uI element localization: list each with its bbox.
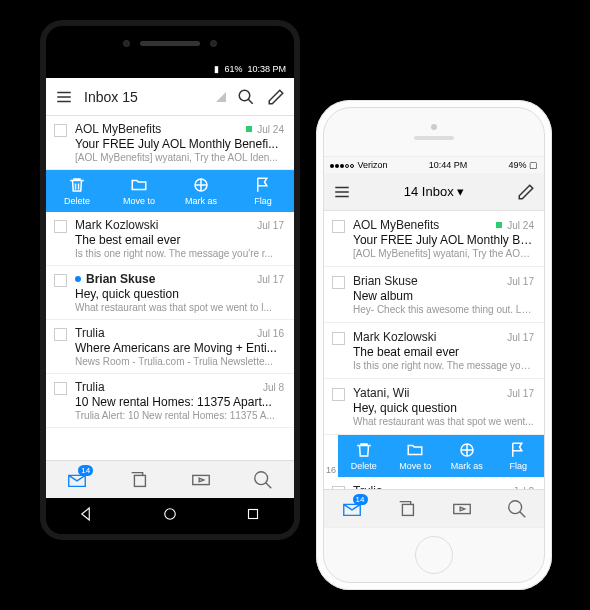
tab-search[interactable] (232, 461, 294, 498)
signal-indicator (216, 92, 226, 102)
flag-button[interactable]: Flag (493, 435, 545, 477)
checkbox[interactable] (54, 382, 67, 395)
stack-count: 16 (324, 465, 338, 477)
checkbox[interactable] (54, 124, 67, 137)
hamburger-icon[interactable] (332, 182, 352, 202)
sender: Mark Kozlowski (75, 218, 252, 232)
email-row[interactable]: TruliaJul 8 10 New rental Homes: 11375 A… (46, 374, 294, 428)
carrier: Verizon (358, 160, 388, 170)
subject: New album (353, 289, 534, 303)
subject: The best email ever (75, 233, 284, 247)
home-button[interactable] (161, 505, 179, 527)
subject: Hey, quick question (353, 401, 534, 415)
search-icon[interactable] (236, 87, 256, 107)
battery-percent: 61% (224, 64, 242, 74)
email-row[interactable]: AOL MyBenefitsJul 24 Your FREE July AOL … (324, 211, 544, 267)
preview: Is this one right now. The message you'.… (353, 360, 534, 371)
tab-search[interactable] (489, 490, 544, 527)
android-screen: ▮ 61% 10:38 PM Inbox 15 AOL MyBenefitsJu… (46, 60, 294, 498)
email-row[interactable]: TruliaJul 16 Where Americans are Moving … (46, 320, 294, 374)
swipe-action-bar: Delete Move to Mark as Flag (46, 170, 294, 212)
flag-button[interactable]: Flag (232, 170, 294, 212)
svg-line-4 (248, 99, 253, 104)
checkbox[interactable] (332, 220, 345, 233)
battery-icon: ▢ (529, 160, 538, 170)
tab-inbox[interactable]: 14 (324, 490, 379, 527)
date: Jul 17 (507, 276, 534, 287)
tab-inbox[interactable]: 14 (46, 461, 108, 498)
inbox-title[interactable]: Inbox 15 (84, 89, 138, 105)
preview: [AOL MyBenefits] wyatani, Try the AOL I.… (353, 248, 534, 259)
android-status-bar: ▮ 61% 10:38 PM (46, 60, 294, 78)
flag-indicator (496, 222, 502, 228)
recents-button[interactable] (244, 505, 262, 527)
battery-icon: ▮ (214, 64, 219, 74)
android-earpiece (46, 26, 294, 60)
preview: What restaurant was that spot we went to… (75, 302, 284, 313)
status-time: 10:38 PM (247, 64, 286, 74)
checkbox[interactable] (332, 332, 345, 345)
date: Jul 17 (507, 332, 534, 343)
mark-button[interactable]: Mark as (441, 435, 493, 477)
date: Jul 8 (263, 382, 284, 393)
email-row[interactable]: Mark KozlowskiJul 17 The best email ever… (46, 212, 294, 266)
compose-icon[interactable] (516, 182, 536, 202)
move-button[interactable]: Move to (108, 170, 170, 212)
subject: Your FREE July AOL Monthly Be... (353, 233, 534, 247)
compose-icon[interactable] (266, 87, 286, 107)
delete-button[interactable]: Delete (338, 435, 390, 477)
unread-badge: 14 (78, 465, 93, 476)
checkbox[interactable] (54, 274, 67, 287)
sender: Brian Skuse (86, 272, 252, 286)
tab-video[interactable] (170, 461, 232, 498)
email-row[interactable]: TruliaJul 2 (324, 477, 544, 489)
battery-pct: 49% (508, 160, 526, 170)
hamburger-icon[interactable] (54, 87, 74, 107)
email-row[interactable]: Mark KozlowskiJul 17 The beat email ever… (324, 323, 544, 379)
inbox-title[interactable]: 14 Inbox ▾ (362, 184, 506, 199)
subject: Your FREE July AOL Monthly Benefi... (75, 137, 284, 151)
preview: Is this one right now. The message you'r… (75, 248, 284, 259)
preview: What restaurant was that spot we went... (353, 416, 534, 427)
email-row[interactable]: AOL MyBenefitsJul 24 Your FREE July AOL … (46, 116, 294, 170)
sender: Trulia (75, 380, 258, 394)
checkbox[interactable] (332, 388, 345, 401)
svg-rect-20 (402, 504, 413, 515)
home-button[interactable] (415, 536, 453, 574)
status-time: 10:44 PM (429, 160, 468, 170)
flag-indicator (246, 126, 252, 132)
move-button[interactable]: Move to (390, 435, 442, 477)
svg-rect-21 (453, 504, 470, 513)
sender: AOL MyBenefits (75, 122, 241, 136)
mark-button[interactable]: Mark as (170, 170, 232, 212)
iphone-earpiece (324, 108, 544, 156)
email-row[interactable]: Yatani, WiiJul 17 Hey, quick question Wh… (324, 379, 544, 435)
tab-video[interactable] (434, 490, 489, 527)
svg-rect-9 (193, 475, 210, 484)
date: Jul 24 (257, 124, 284, 135)
delete-button[interactable]: Delete (46, 170, 108, 212)
signal-dots (330, 160, 355, 170)
svg-point-10 (255, 471, 268, 484)
ios-status-bar: Verizon 10:44 PM 49% ▢ (324, 157, 544, 173)
tab-stacks[interactable] (379, 490, 434, 527)
checkbox[interactable] (54, 328, 67, 341)
back-button[interactable] (78, 505, 96, 527)
date: Jul 17 (507, 388, 534, 399)
email-row[interactable]: Brian SkuseJul 17 New album Hey- Check t… (324, 267, 544, 323)
sender: Brian Skuse (353, 274, 502, 288)
email-list: AOL MyBenefitsJul 24 Your FREE July AOL … (324, 211, 544, 489)
subject: Where Americans are Moving + Enti... (75, 341, 284, 355)
email-row[interactable]: Brian SkuseJul 17 Hey, quick question Wh… (46, 266, 294, 320)
sender: Trulia (75, 326, 252, 340)
sender: Yatani, Wii (353, 386, 502, 400)
date: Jul 17 (257, 274, 284, 285)
subject: The beat email ever (353, 345, 534, 359)
unread-badge: 14 (353, 494, 368, 505)
checkbox[interactable] (54, 220, 67, 233)
subject: Hey, quick question (75, 287, 284, 301)
svg-line-11 (266, 482, 272, 488)
tab-stacks[interactable] (108, 461, 170, 498)
checkbox[interactable] (332, 276, 345, 289)
svg-point-12 (165, 509, 176, 520)
